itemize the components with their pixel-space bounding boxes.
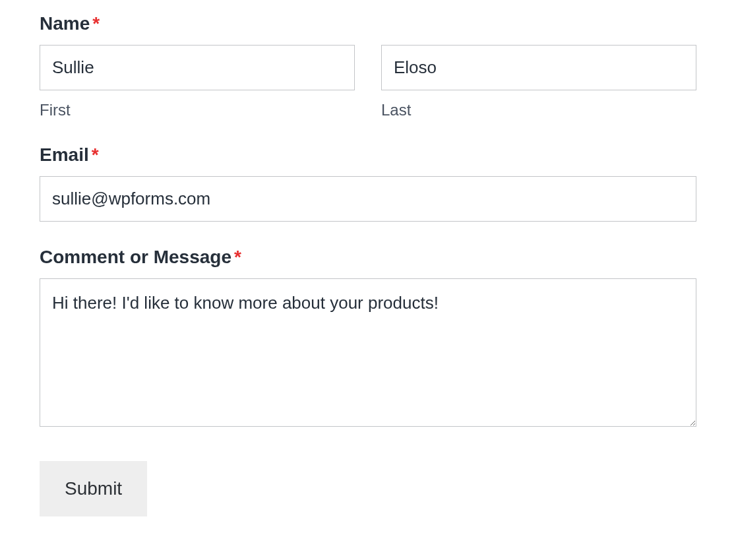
name-label: Name* [40, 13, 696, 34]
required-marker: * [92, 13, 100, 34]
first-name-input[interactable] [40, 45, 355, 90]
contact-form: Name* First Last Email* Comment or Messa… [40, 13, 696, 516]
first-name-sublabel: First [40, 101, 355, 119]
message-field: Comment or Message* [40, 247, 696, 429]
name-row: First Last [40, 45, 696, 119]
submit-button[interactable]: Submit [40, 461, 147, 516]
message-textarea[interactable] [40, 278, 696, 427]
email-label-text: Email [40, 144, 89, 165]
required-marker: * [234, 247, 241, 267]
name-label-text: Name [40, 13, 90, 34]
last-name-sublabel: Last [381, 101, 696, 119]
email-label: Email* [40, 144, 696, 166]
first-name-col: First [40, 45, 355, 119]
email-field: Email* [40, 144, 696, 222]
name-field: Name* First Last [40, 13, 696, 119]
message-label: Comment or Message* [40, 247, 696, 268]
message-label-text: Comment or Message [40, 247, 231, 267]
required-marker: * [92, 144, 99, 165]
last-name-input[interactable] [381, 45, 696, 90]
last-name-col: Last [381, 45, 696, 119]
email-input[interactable] [40, 176, 696, 222]
